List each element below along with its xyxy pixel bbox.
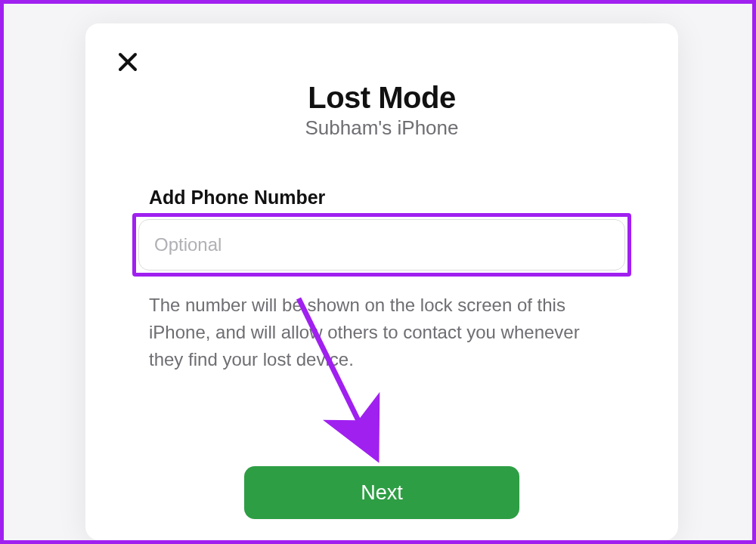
modal-title: Lost Mode xyxy=(85,81,678,115)
modal-content: Add Phone Number The number will be show… xyxy=(85,187,678,373)
annotation-highlight-box xyxy=(132,213,631,277)
device-name: Subham's iPhone xyxy=(85,116,678,140)
close-button[interactable] xyxy=(116,51,140,75)
phone-field-label: Add Phone Number xyxy=(149,187,631,209)
phone-field-description: The number will be shown on the lock scr… xyxy=(149,292,615,373)
close-icon xyxy=(116,51,139,73)
lost-mode-modal: Lost Mode Subham's iPhone Add Phone Numb… xyxy=(85,23,678,540)
phone-number-input[interactable] xyxy=(138,219,625,270)
next-button[interactable]: Next xyxy=(244,466,519,519)
next-button-label: Next xyxy=(361,481,403,504)
modal-header: Lost Mode Subham's iPhone xyxy=(85,23,678,140)
